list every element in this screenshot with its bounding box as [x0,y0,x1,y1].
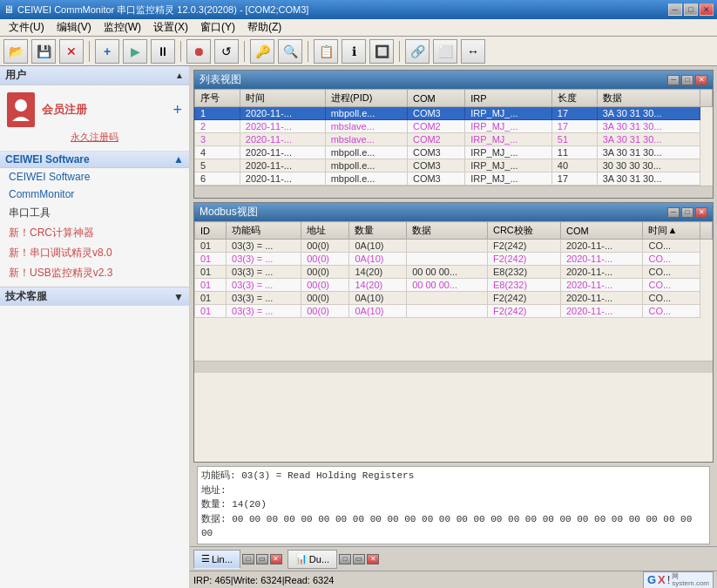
cell-mtime: CO... [643,292,700,305]
list-button[interactable]: 📋 [314,39,338,64]
cell-seq: 1 [195,107,240,120]
tab-du-label: Du... [309,554,329,564]
tab-du[interactable]: 📊 Du... [287,550,337,569]
app-icon: 🖥 [3,3,14,16]
menu-settings[interactable]: 设置(X) [148,19,193,36]
modbus-maximize-button[interactable]: □ [681,207,693,218]
list-maximize-button[interactable]: □ [681,75,693,85]
cell-mtime: CO... [643,240,700,253]
modbus-hscrollbar[interactable] [194,361,713,373]
modbus-close-button[interactable]: ✕ [695,207,707,218]
sidebar-item-serial-debug[interactable]: 新！串口调试精灵v8.0 [0,243,189,263]
cell-time: 2020-11-... [240,133,325,146]
sidebar-item-serial-tool[interactable]: 串口工具 [0,203,189,223]
menu-monitor[interactable]: 监控(W) [98,19,146,36]
connect-button[interactable]: 🔗 [405,39,430,64]
modbus-window-controls: ─ □ ✕ [667,207,707,218]
search-button[interactable]: 🔍 [278,39,302,64]
cell-mdata [407,292,488,305]
modbus-table-container[interactable]: ID 功能码 地址 数量 数据 CRC校验 COM 时间▲ [194,221,713,361]
sidebar-user-header[interactable]: 用户 ▲ [0,66,189,85]
register-link[interactable]: 会员注册 [42,102,87,118]
tab-btn-2[interactable]: ▭ [256,554,268,564]
reg-code-link[interactable]: 永久注册码 [7,131,182,144]
list-minimize-button[interactable]: ─ [667,75,680,85]
open-button[interactable]: 📂 [3,39,28,64]
tab-btn-4[interactable]: ▭ [353,554,365,564]
table-row[interactable]: 01 03(3) = ... 00(0) 14(20) 00 00 00... … [195,266,713,279]
record-button[interactable]: ⏺ [186,39,211,64]
table-row[interactable]: 1 2020-11-... mbpoll.e... COM3 IRP_MJ_..… [195,107,713,120]
list-table-container[interactable]: 序号 时间 进程(PID) COM IRP 长度 数据 1 [194,89,713,186]
cell-time: 2020-11-... [240,159,325,172]
menu-file[interactable]: 文件(U) [3,19,50,36]
table-row[interactable]: 2 2020-11-... mbslave... COM2 IRP_MJ_...… [195,120,713,133]
detail-area: 功能码: 03(3) = Read Holding Registers 地址: … [197,466,710,544]
table-row[interactable]: 6 2020-11-... mbpoll.e... COM3 IRP_MJ_..… [195,172,713,186]
list-hscrollbar[interactable] [194,186,713,198]
close-button[interactable]: ✕ [700,3,714,16]
tab-close-1[interactable]: ✕ [270,554,282,564]
tab-lin[interactable]: ☰ Lin... [193,550,240,569]
cell-addr: 00(0) [301,240,349,253]
cell-id: 01 [195,253,227,266]
cell-irp: IRP_MJ_... [465,146,552,159]
sidebar: 用户 ▲ 会员注册 + 永久注册码 CEIWEI Software ▲ [0,66,190,588]
table-row[interactable]: 3 2020-11-... mbslave... COM2 IRP_MJ_...… [195,133,713,146]
sidebar-item-commmonitor[interactable]: CommMonitor [0,186,189,203]
arrow-button[interactable]: ↔ [461,39,485,64]
info-button[interactable]: ℹ [342,39,366,64]
table-row[interactable]: 5 2020-11-... mbpoll.e... COM3 IRP_MJ_..… [195,159,713,172]
chip-button[interactable]: 🔲 [369,39,394,64]
cell-mtime: CO... [643,305,700,318]
sidebar-item-crc[interactable]: 新！CRC计算神器 [0,223,189,243]
minimize-button[interactable]: ─ [668,3,682,16]
cell-id: 01 [195,266,227,279]
support-label: 技术客服 [5,289,47,304]
play-button[interactable]: ▶ [123,39,147,64]
status-bar: IRP: 465|Write: 6324|Read: 6324 G X ! 网 … [190,571,717,588]
col-addr: 地址 [301,222,349,240]
refresh-button[interactable]: ↺ [214,39,239,64]
menu-window[interactable]: 窗口(Y) [195,19,240,36]
table-row[interactable]: 01 03(3) = ... 00(0) 14(20) 00 00 00... … [195,279,713,292]
table-row[interactable]: 01 03(3) = ... 00(0) 0A(10) F2(242) 2020… [195,305,713,318]
sidebar-item-usb-monitor[interactable]: 新！USB监控精灵v2.3 [0,263,189,283]
tab-btn-1[interactable]: □ [242,554,254,564]
table-row[interactable]: 01 03(3) = ... 00(0) 0A(10) F2(242) 2020… [195,253,713,266]
list-close-button[interactable]: ✕ [695,75,707,85]
table-row[interactable]: 01 03(3) = ... 00(0) 0A(10) F2(242) 2020… [195,240,713,253]
software-section-header[interactable]: CEIWEI Software ▲ [0,152,189,168]
cell-qty: 0A(10) [349,292,407,305]
cell-com: COM3 [407,107,464,120]
maximize-button[interactable]: □ [684,3,698,16]
cell-mtime: CO... [643,253,700,266]
add-user-button[interactable]: + [172,101,182,119]
cell-func: 03(3) = ... [227,266,301,279]
cell-mcom: 2020-11-... [560,305,643,318]
software-section: CEIWEI Software ▲ CEIWEI Software CommMo… [0,152,189,283]
tab-btn-3[interactable]: □ [339,554,351,564]
cell-pid: mbpoll.e... [325,107,407,120]
user-section: 会员注册 + 永久注册码 [0,85,189,152]
sidebar-item-ceiwei-software[interactable]: CEIWEI Software [0,168,189,186]
window-button[interactable]: ⬜ [433,39,457,64]
cell-addr: 00(0) [301,253,349,266]
menu-help[interactable]: 帮助(Z) [242,19,287,36]
modbus-minimize-button[interactable]: ─ [667,207,680,218]
save-button[interactable]: 💾 [31,39,56,64]
col-mscroll [700,222,713,240]
stop-button[interactable]: ✕ [59,39,84,64]
cell-com: COM2 [407,133,464,146]
cell-seq: 3 [195,133,240,146]
menu-edit[interactable]: 编辑(V) [51,19,97,36]
key-button[interactable]: 🔑 [250,39,274,64]
pause-button[interactable]: ⏸ [151,39,175,64]
cell-mdata: 00 00 00... [407,266,488,279]
modbus-window-title-bar: Modbus视图 ─ □ ✕ [194,203,713,221]
table-row[interactable]: 01 03(3) = ... 00(0) 0A(10) F2(242) 2020… [195,292,713,305]
tab-close-2[interactable]: ✕ [367,554,379,564]
table-row[interactable]: 4 2020-11-... mbpoll.e... COM3 IRP_MJ_..… [195,146,713,159]
add-button[interactable]: + [95,39,119,64]
sidebar-support-header[interactable]: 技术客服 ▼ [0,287,189,306]
